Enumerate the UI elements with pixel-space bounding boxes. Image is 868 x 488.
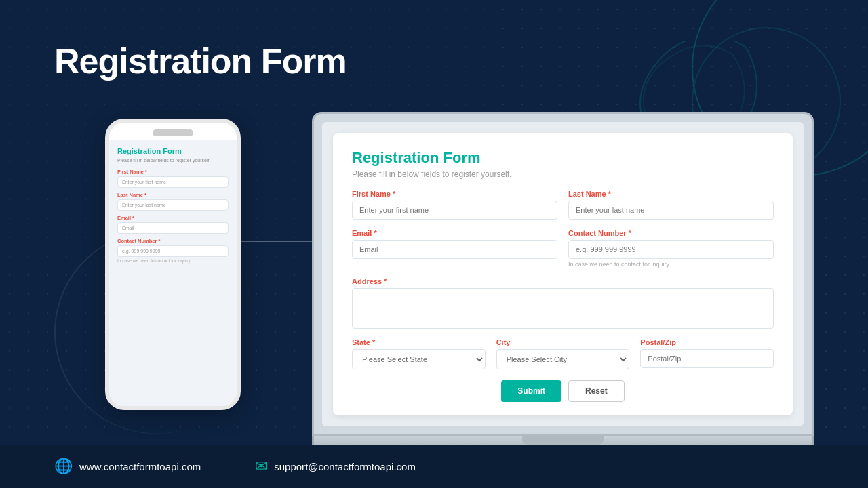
mobile-input-contact[interactable]: e.g. 999 999 9999 <box>117 245 229 257</box>
footer: 🌐 www.contactformtoapi.com ✉ support@con… <box>0 445 868 488</box>
mobile-label-email: Email * <box>117 215 229 221</box>
field-state: State * Please Select State <box>352 338 486 369</box>
laptop-screen-inner: Registration Form Please fill in below f… <box>322 122 804 426</box>
field-city: City Please Select City <box>496 338 630 369</box>
email-icon: ✉ <box>255 458 267 475</box>
field-email: Email * <box>352 229 557 268</box>
label-state: State * <box>352 338 486 346</box>
input-postal[interactable] <box>640 349 774 368</box>
hint-contact-number: In case we need to contact for inquiry <box>568 261 774 268</box>
mobile-form-subtitle: Please fill in below fields to register … <box>117 157 229 163</box>
form-row-address: Address * <box>352 277 774 329</box>
label-contact-number: Contact Number * <box>568 229 774 237</box>
select-state[interactable]: Please Select State <box>352 349 486 369</box>
laptop-mockup: Registration Form Please fill in below f… <box>312 112 814 450</box>
footer-website-text: www.contactformtoapi.com <box>79 461 201 472</box>
reset-button[interactable]: Reset <box>568 380 625 402</box>
label-first-name: First Name * <box>352 190 557 198</box>
label-address: Address * <box>352 277 774 285</box>
mobile-form-content: Registration Form Please fill in below f… <box>109 140 237 406</box>
form-row-location: State * Please Select State City Please … <box>352 338 774 369</box>
form-button-row: Submit Reset <box>352 380 774 402</box>
label-postal: Postal/Zip <box>640 338 774 346</box>
input-last-name[interactable] <box>568 201 774 220</box>
mobile-label-first-name: First Name * <box>117 169 229 175</box>
field-postal: Postal/Zip <box>640 338 774 369</box>
input-contact-number[interactable] <box>568 240 774 259</box>
field-address: Address * <box>352 277 774 329</box>
mobile-hint-contact: In case we need to contact for inquiry <box>117 258 229 263</box>
page-title: Registration Form <box>54 41 347 81</box>
mobile-notch <box>153 129 193 136</box>
select-city[interactable]: Please Select City <box>496 349 630 369</box>
footer-website: 🌐 www.contactformtoapi.com <box>54 458 201 475</box>
field-contact-number: Contact Number * In case we need to cont… <box>568 229 774 268</box>
label-city: City <box>496 338 630 346</box>
input-first-name[interactable] <box>352 201 557 220</box>
form-row-contact: Email * Contact Number * In case we need… <box>352 229 774 268</box>
input-address[interactable] <box>352 288 774 329</box>
field-last-name: Last Name * <box>568 190 774 220</box>
mobile-form-title: Registration Form <box>117 147 229 155</box>
globe-icon: 🌐 <box>54 458 73 475</box>
laptop-stand <box>522 436 604 445</box>
desktop-form-title: Registration Form <box>352 149 774 167</box>
mobile-input-first-name[interactable]: Enter your first name <box>117 176 229 188</box>
field-first-name: First Name * <box>352 190 557 220</box>
label-email: Email * <box>352 229 557 237</box>
submit-button[interactable]: Submit <box>501 380 561 402</box>
arrow-decoration <box>239 241 320 242</box>
laptop-screen: Registration Form Please fill in below f… <box>312 112 814 436</box>
mobile-input-email[interactable]: Email <box>117 222 229 234</box>
input-email[interactable] <box>352 240 557 259</box>
mobile-input-last-name[interactable]: Enter your last name <box>117 199 229 211</box>
footer-email-text: support@contactformtoapi.com <box>274 461 416 472</box>
desktop-form: Registration Form Please fill in below f… <box>333 133 793 415</box>
label-last-name: Last Name * <box>568 190 774 198</box>
desktop-form-subtitle: Please fill in below fields to register … <box>352 169 774 179</box>
mobile-mockup: Registration Form Please fill in below f… <box>105 119 241 410</box>
mobile-label-last-name: Last Name * <box>117 192 229 198</box>
form-row-name: First Name * Last Name * <box>352 190 774 220</box>
mobile-label-contact: Contact Number * <box>117 238 229 244</box>
footer-email: ✉ support@contactformtoapi.com <box>255 458 416 475</box>
